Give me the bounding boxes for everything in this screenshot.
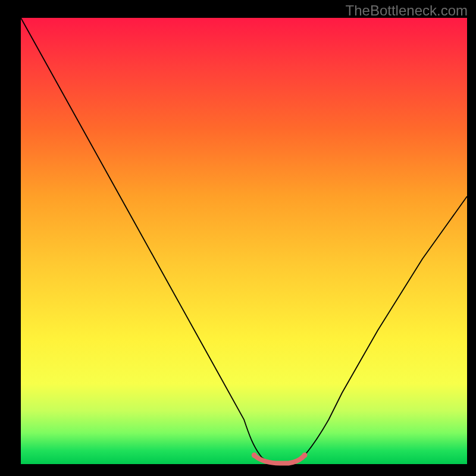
marker-segment: [255, 456, 304, 464]
marker-dot-icon: [302, 453, 308, 458]
chart-container: TheBottleneck.com: [0, 0, 476, 476]
curve-layer: [21, 18, 467, 464]
watermark-text: TheBottleneck.com: [346, 2, 468, 19]
marker-dot-icon: [252, 453, 257, 458]
bottleneck-curve: [21, 18, 467, 464]
